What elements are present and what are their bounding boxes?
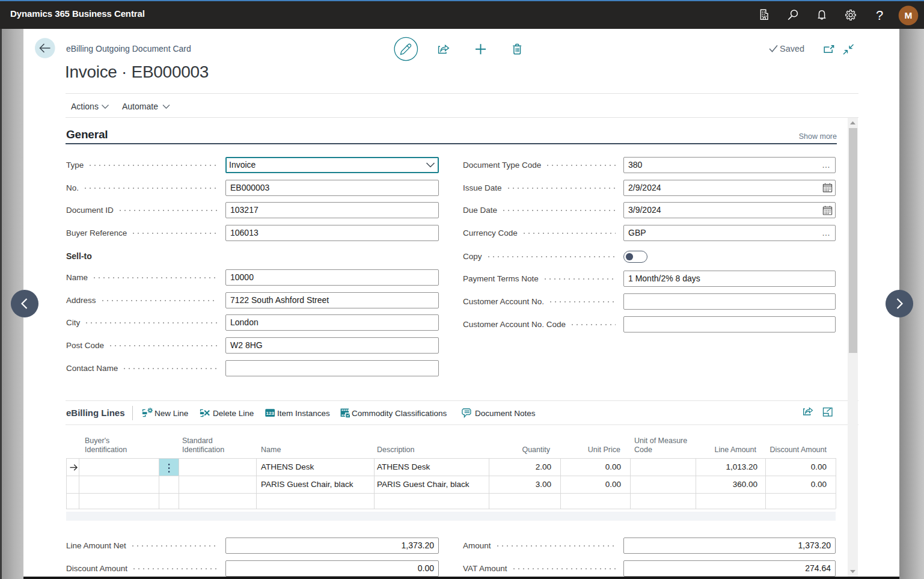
svg-text:M: M <box>905 10 913 20</box>
svg-text:123: 123 <box>266 411 275 416</box>
svg-text:?: ? <box>876 8 883 23</box>
